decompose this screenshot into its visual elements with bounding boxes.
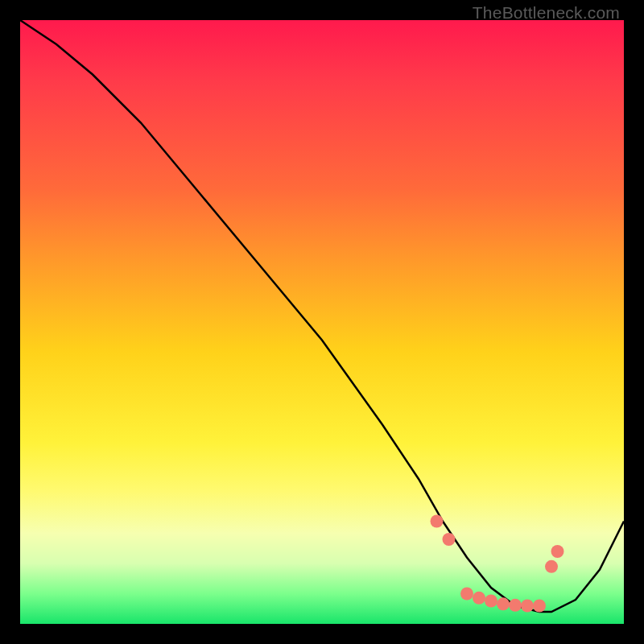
highlight-dot (431, 515, 444, 528)
highlight-dots-group (431, 515, 564, 613)
curve-svg (20, 20, 624, 624)
outer-frame: TheBottleneck.com (0, 0, 644, 644)
highlight-dot (521, 600, 534, 613)
highlight-dot (545, 560, 558, 573)
highlight-dot (485, 595, 497, 608)
highlight-dot (533, 600, 546, 613)
highlight-dot (497, 597, 510, 610)
highlight-dot (460, 588, 473, 601)
highlight-dot (509, 599, 522, 612)
plot-area (20, 20, 624, 624)
highlight-dot (443, 533, 456, 546)
highlight-dot (473, 592, 485, 605)
bottleneck-curve (20, 20, 624, 612)
highlight-dot (551, 545, 564, 558)
